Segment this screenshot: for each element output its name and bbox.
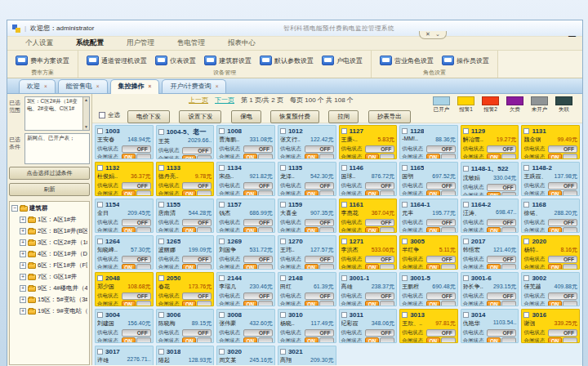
menu-item[interactable]: 报表中心 [228,38,256,48]
power-off-toggle[interactable]: OFF [548,292,577,300]
ribbon-button[interactable]: 仪表设置 [154,54,198,67]
room-checkbox[interactable] [280,239,286,244]
room-card[interactable]: 3010 杨晓.. 117.49元 供电状态 OFF 合闸状态 [278,309,336,343]
room-checkbox[interactable] [219,239,225,244]
refresh-button[interactable]: 刷新 [9,183,90,196]
power-off-toggle[interactable]: OFF [243,219,273,226]
switch-toggle-track[interactable] [441,190,456,196]
switch-toggle-track[interactable] [197,264,212,270]
room-card[interactable]: 3002 佳芜越 409.88元 供电状态 OFF 合闸状态 [521,272,580,306]
switch-toggle-track[interactable] [441,301,456,306]
tree-item[interactable]: + 1区：A区1#井 [20,216,87,224]
room-checkbox[interactable] [341,202,347,208]
power-off-toggle[interactable]: OFF [426,219,456,226]
switch-toggle-track[interactable] [258,227,273,233]
minimize-button[interactable]: — [568,32,576,40]
document-tab[interactable]: 集控操作 × [110,79,160,94]
room-card[interactable]: 1127 王廉-.. 5.83元 供电状态 OFF 合闸状态 [339,125,398,159]
ribbon-button[interactable]: 操作员设置 [440,54,491,67]
power-off-toggle[interactable]: OFF [487,219,516,226]
switch-on-badge[interactable]: ON [182,190,196,196]
switch-toggle-track[interactable] [563,264,577,270]
room-card[interactable]: 3016 谢强 339.25元 供电状态 OFF 合闸状态 [521,309,580,343]
document-tab[interactable]: 欢迎 × [19,79,56,93]
room-checkbox[interactable] [97,165,103,171]
room-card[interactable]: 1155 唐南清 544.28元 供电状态 OFF 合闸状态 [156,199,215,233]
room-checkbox[interactable] [280,275,286,281]
tab-close-icon[interactable]: × [96,83,100,89]
room-card[interactable]: 1146 国球.. 876.72元 供电状态 OFF 合闸状态 [339,162,398,196]
switch-on-badge[interactable]: ON [243,190,257,196]
room-checkbox[interactable] [158,239,164,244]
menu-item[interactable]: 用户管理 [127,38,154,48]
room-card[interactable]: 1135 龙泽.. 542.30元 供电状态 OFF 合闸状态 [278,162,336,196]
power-off-toggle[interactable]: OFF [182,329,212,337]
switch-toggle-track[interactable] [501,227,516,233]
room-card[interactable]: 1012 张文行.. 122.42元 供电状态 OFF 合闸状态 [278,125,336,159]
scroll-down-icon[interactable]: ▼ [84,124,88,130]
room-card[interactable]: 1134 宋晶.. 921.82元 供电状态 OFF 合闸状态 [216,162,275,196]
room-card[interactable]: 1157 钱杰 686.99元 供电状态 OFF 合闸状态 [216,199,275,233]
next-page-link[interactable]: 下一页 [215,96,234,105]
switch-toggle-track[interactable] [501,264,516,270]
room-card[interactable]: 3001-5 王鹏程 690.48元 供电状态 OFF 合闸状态 [399,272,458,306]
ribbon-button[interactable]: 户电设置 [320,54,364,67]
room-checkbox[interactable] [402,165,408,171]
power-off-toggle[interactable]: OFF [365,292,394,300]
room-card[interactable]: 3021 高翔 209.30元 供电状态 OFF 合闸状态 [278,346,336,365]
switch-toggle-track[interactable] [197,301,212,306]
room-checkbox[interactable] [463,202,469,208]
room-card[interactable]: 1164-2 汪涛、 698.47.. 供电状态 OFF 合闸状态 [461,199,519,233]
switch-on-badge[interactable]: ON [426,154,440,159]
room-checkbox[interactable] [280,128,286,134]
room-card[interactable]: 3006 陈晓梅 89.15元 供电状态 OFF 合闸状态 [156,309,215,343]
room-checkbox[interactable] [158,349,164,355]
power-off-toggle[interactable]: OFF [243,292,273,300]
ribbon-button[interactable]: 营业角色设置 [378,54,435,67]
room-checkbox[interactable] [463,275,469,281]
power-off-toggle[interactable]: OFF [243,182,273,190]
power-off-toggle[interactable]: OFF [305,329,334,337]
tree-item[interactable]: + 19区：9#变电站（2# [20,307,87,315]
room-card[interactable]: 2020 杨特.. 8.16元 供电状态 OFF 合闸状态 [521,235,580,270]
tree-item[interactable]: + 3区：C区2#井（1#变 [20,239,87,247]
power-off-toggle[interactable]: OFF [426,292,456,300]
power-off-toggle[interactable]: OFF [548,329,577,337]
switch-toggle-track[interactable] [380,227,394,233]
switch-toggle-track[interactable] [197,190,212,196]
switch-toggle-track[interactable] [319,337,334,343]
power-off-toggle[interactable]: OFF [548,219,577,226]
power-off-toggle[interactable]: OFF [365,182,394,190]
switch-on-badge[interactable]: ON [487,264,501,270]
switch-toggle-track[interactable] [136,190,151,196]
room-checkbox[interactable] [219,128,225,134]
switch-toggle-track[interactable] [319,190,334,196]
collapse-icon[interactable]: − [11,205,18,212]
room-checkbox[interactable] [341,275,347,281]
switch-on-badge[interactable]: ON [365,227,379,233]
expand-icon[interactable]: + [20,262,26,269]
tree-item[interactable]: + 9区：4#楼电井（4#楼 [20,284,87,292]
switch-toggle-track[interactable] [563,227,577,233]
switch-on-badge[interactable]: ON [122,337,136,343]
power-off-toggle[interactable]: OFF [426,329,456,337]
switch-toggle-track[interactable] [563,337,577,343]
action-button[interactable]: 设置下发 [179,110,221,123]
switch-on-badge[interactable]: ON [487,227,501,233]
switch-toggle-track[interactable] [441,227,456,233]
expand-icon[interactable]: + [20,297,26,303]
room-checkbox[interactable] [280,312,286,318]
menu-item[interactable]: 系统配置 [76,38,104,48]
power-off-toggle[interactable]: OFF [487,145,516,153]
switch-on-badge[interactable]: ON [122,301,136,306]
room-checkbox[interactable] [219,275,225,281]
room-checkbox[interactable] [219,202,225,208]
switch-toggle-track[interactable] [563,190,577,196]
room-checkbox[interactable] [280,349,286,355]
expand-icon[interactable]: + [20,216,26,223]
room-checkbox[interactable] [97,128,103,134]
room-checkbox[interactable] [341,128,347,134]
switch-on-badge[interactable]: ON [182,301,196,306]
power-off-toggle[interactable]: OFF [305,145,334,153]
tab-close-icon[interactable]: × [149,83,152,89]
